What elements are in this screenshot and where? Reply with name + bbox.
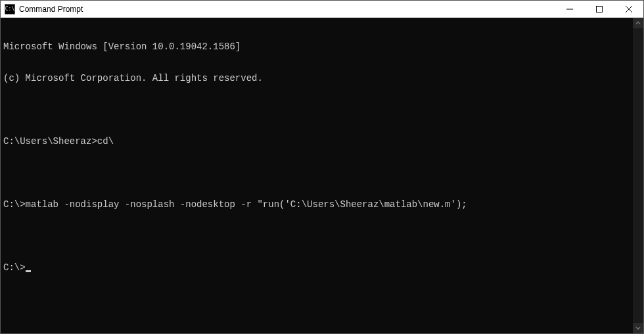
- terminal-line: C:\>matlab -nodisplay -nosplash -nodeskt…: [3, 199, 630, 210]
- maximize-icon: [596, 6, 603, 12]
- terminal-line: [3, 105, 630, 115]
- terminal-line: [3, 168, 630, 178]
- chevron-down-icon: [635, 325, 641, 331]
- command-prompt-window: C:\ Command Prompt: [0, 0, 644, 334]
- app-icon: C:\: [5, 4, 15, 14]
- terminal-line: [3, 231, 630, 241]
- chevron-up-icon: [635, 20, 641, 26]
- terminal-content[interactable]: Microsoft Windows [Version 10.0.19042.15…: [1, 18, 633, 333]
- close-icon: [626, 6, 632, 12]
- minimize-icon: [566, 6, 573, 12]
- terminal-area: Microsoft Windows [Version 10.0.19042.15…: [1, 18, 643, 333]
- terminal-line: Microsoft Windows [Version 10.0.19042.15…: [3, 41, 630, 52]
- terminal-line: C:\Users\Sheeraz>cd\: [3, 136, 630, 147]
- maximize-button[interactable]: [584, 1, 614, 17]
- cmd-icon: C:\: [5, 4, 15, 14]
- scroll-up-button[interactable]: [633, 18, 643, 28]
- window-title: Command Prompt: [19, 5, 555, 14]
- cursor: [26, 270, 31, 272]
- titlebar[interactable]: C:\ Command Prompt: [1, 1, 643, 18]
- window-controls: [555, 1, 643, 17]
- terminal-line: (c) Microsoft Corporation. All rights re…: [3, 73, 630, 84]
- close-button[interactable]: [614, 1, 643, 17]
- minimize-button[interactable]: [555, 1, 584, 17]
- vertical-scrollbar[interactable]: [633, 18, 643, 333]
- cmd-icon-text: C:\: [5, 7, 14, 12]
- terminal-prompt: C:\>: [3, 262, 26, 273]
- svg-rect-1: [596, 6, 602, 12]
- scroll-down-button[interactable]: [633, 323, 643, 333]
- terminal-prompt-line: C:\>: [3, 262, 630, 273]
